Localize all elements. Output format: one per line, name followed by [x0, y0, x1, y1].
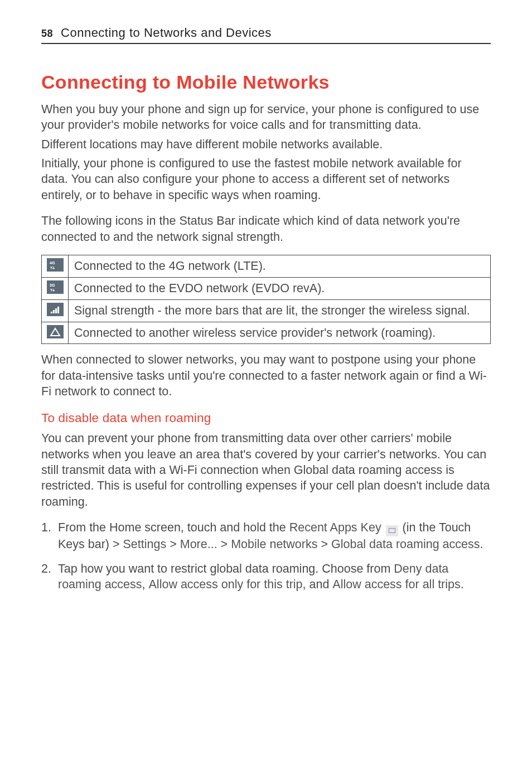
step-text-bold: Settings: [123, 538, 167, 551]
svg-text:3G: 3G: [50, 283, 55, 287]
page-title: Connecting to Mobile Networks: [41, 70, 491, 95]
step-text-pre: From the Home screen, touch and hold the: [58, 521, 289, 534]
step-number: 2.: [41, 561, 51, 577]
list-item: 2. Tap how you want to restrict global d…: [41, 561, 491, 593]
section-title: Connecting to Networks and Devices: [61, 25, 272, 41]
icon-cell: 4G: [42, 255, 69, 277]
3g-icon: 3G: [47, 280, 64, 294]
svg-rect-2: [51, 312, 52, 313]
svg-rect-5: [57, 307, 59, 313]
table-row: 4G Connected to the 4G network (LTE).: [42, 255, 491, 277]
step-number: 1.: [41, 520, 51, 535]
icon-desc: Connected to the 4G network (LTE).: [69, 255, 491, 277]
step-text-bold: Allow access only for this trip: [149, 578, 303, 591]
table-row: Connected to another wireless service pr…: [42, 322, 491, 344]
icon-desc: Signal strength - the more bars that are…: [69, 299, 491, 322]
step-text-bold: Global data roaming access: [331, 538, 480, 551]
status-icons-table: 4G Connected to the 4G network (LTE). 3G…: [41, 255, 491, 345]
step-text-bold: More...: [180, 538, 217, 551]
slow-network-paragraph: When connected to slower networks, you m…: [41, 352, 491, 399]
step-text-bold: Mobile networks: [231, 538, 317, 551]
status-bar-paragraph: The following icons in the Status Bar in…: [41, 213, 491, 245]
icon-desc: Connected to another wireless service pr…: [69, 322, 491, 344]
step-text: >: [217, 538, 231, 551]
table-row: 3G Connected to the EVDO network (EVDO r…: [42, 277, 491, 299]
steps-list: 1. From the Home screen, touch and hold …: [41, 520, 491, 593]
roaming-paragraph: You can prevent your phone from transmit…: [41, 430, 491, 510]
subheading-disable-roaming: To disable data when roaming: [41, 410, 491, 427]
intro-paragraph-3: Initially, your phone is configured to u…: [41, 156, 491, 203]
roaming-triangle-icon: [47, 325, 64, 338]
recent-apps-key-icon: [386, 525, 398, 536]
step-text: .: [461, 578, 464, 591]
icon-cell: [42, 299, 69, 322]
svg-text:4G: 4G: [50, 261, 55, 265]
intro-paragraph-1: When you buy your phone and sign up for …: [41, 101, 491, 133]
step-text: , and: [303, 578, 333, 591]
step-text-bold: Recent Apps Key: [289, 521, 381, 534]
icon-cell: [42, 322, 69, 344]
signal-bars-icon: [47, 303, 64, 316]
list-item: 1. From the Home screen, touch and hold …: [41, 520, 491, 552]
step-text: .: [480, 538, 483, 551]
step-text-pre: Tap how you want to restrict global data…: [58, 562, 394, 575]
icon-desc: Connected to the EVDO network (EVDO revA…: [69, 277, 491, 299]
step-text: >: [166, 538, 180, 551]
intro-paragraph-2: Different locations may have different m…: [41, 137, 491, 152]
4g-lte-icon: 4G: [47, 258, 64, 272]
icon-cell: 3G: [42, 277, 69, 299]
svg-rect-4: [55, 308, 57, 313]
svg-rect-3: [53, 310, 55, 313]
table-row: Signal strength - the more bars that are…: [42, 299, 491, 322]
step-text: >: [317, 538, 331, 551]
page-header: 58 Connecting to Networks and Devices: [41, 25, 491, 44]
step-text: ,: [142, 578, 149, 591]
page-number: 58: [41, 27, 53, 41]
step-text-bold: Allow access for all trips: [332, 578, 460, 591]
